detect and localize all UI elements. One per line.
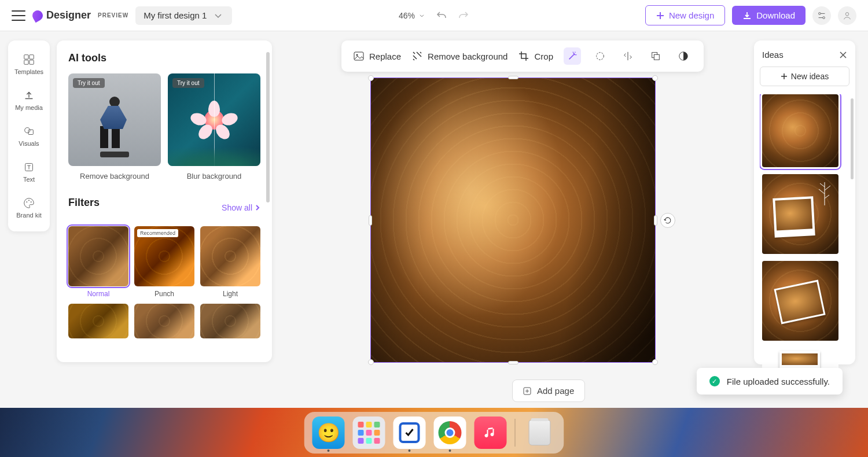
recommended-badge: Recommended	[137, 229, 178, 237]
resize-handle[interactable]	[508, 76, 518, 79]
project-dropdown[interactable]: My first design 1	[135, 6, 232, 25]
show-all-link[interactable]: Show all	[222, 203, 260, 212]
svg-rect-13	[354, 52, 363, 60]
svg-rect-17	[654, 54, 659, 60]
select-button[interactable]	[591, 47, 609, 65]
remove-bg-button[interactable]: Remove background	[411, 50, 507, 62]
resize-handle[interactable]	[654, 215, 657, 226]
canvas-area: Replace Remove background Crop	[341, 40, 704, 363]
filter-option[interactable]	[68, 304, 128, 338]
upload-toast: ✓ File uploaded successfully.	[697, 368, 843, 395]
dock-chrome[interactable]	[434, 417, 466, 449]
rail-my-media[interactable]: My media	[8, 83, 50, 117]
idea-thumb[interactable]	[762, 261, 838, 341]
layers-button[interactable]	[647, 47, 664, 65]
svg-point-14	[356, 54, 358, 56]
svg-point-2	[845, 12, 848, 15]
svg-point-1	[823, 16, 825, 19]
settings-icon[interactable]	[812, 6, 831, 25]
dock-finder[interactable]: 🙂	[312, 417, 345, 449]
lasso-icon	[595, 51, 605, 61]
profile-icon[interactable]	[838, 6, 856, 25]
filter-punch[interactable]: Recommended Punch	[134, 226, 194, 298]
chevron-down-icon	[418, 12, 425, 19]
idea-thumb[interactable]	[762, 174, 838, 254]
flip-icon	[623, 51, 633, 61]
resize-handle[interactable]	[369, 215, 372, 226]
menu-icon[interactable]	[12, 10, 25, 21]
resize-handle[interactable]	[652, 75, 658, 81]
new-design-button[interactable]: New design	[645, 5, 725, 25]
sliders-icon	[816, 10, 827, 21]
app-logo[interactable]: Designer	[32, 9, 91, 21]
rotate-handle[interactable]	[660, 213, 675, 228]
dock-trash[interactable]	[524, 417, 556, 449]
ideas-panel: Ideas New ideas	[754, 40, 855, 364]
filter-normal[interactable]: Normal	[68, 226, 128, 298]
resize-handle[interactable]	[368, 359, 374, 365]
resize-handle[interactable]	[508, 361, 518, 364]
upload-icon	[23, 89, 35, 102]
svg-point-15	[597, 53, 604, 60]
crop-icon	[518, 50, 529, 62]
project-name: My first design 1	[144, 10, 207, 20]
panel-scrollbar[interactable]	[266, 52, 270, 202]
crop-button[interactable]: Crop	[518, 50, 553, 62]
app-name: Designer	[46, 9, 91, 21]
rotate-icon	[664, 216, 672, 224]
dock-reminders[interactable]	[393, 417, 426, 449]
selected-image[interactable]	[370, 78, 656, 363]
idea-thumb[interactable]	[762, 94, 838, 167]
check-icon: ✓	[709, 376, 720, 386]
plus-square-icon	[523, 387, 531, 395]
magic-edit-button[interactable]	[564, 47, 581, 65]
close-icon[interactable]	[839, 51, 847, 59]
svg-point-7	[25, 128, 30, 133]
new-ideas-button[interactable]: New ideas	[760, 67, 849, 86]
macos-dock: 🙂	[304, 412, 564, 454]
rail-text[interactable]: Text	[8, 155, 50, 189]
ai-tool-remove-bg[interactable]: Try it out Remove background	[68, 73, 161, 180]
rail-templates[interactable]: Templates	[8, 47, 50, 81]
image-icon	[353, 50, 365, 62]
download-button[interactable]: Download	[732, 6, 806, 25]
zoom-value: 46%	[399, 11, 415, 20]
branch-decoration	[813, 176, 836, 205]
filters-grid: Normal Recommended Punch Light	[68, 226, 260, 338]
flip-button[interactable]	[619, 47, 637, 65]
header-center: 46%	[399, 10, 469, 21]
filter-option[interactable]	[134, 304, 194, 338]
chevron-down-icon	[212, 10, 224, 21]
ideas-title: Ideas	[762, 50, 784, 60]
opacity-button[interactable]	[675, 47, 692, 65]
undo-icon[interactable]	[436, 10, 447, 21]
resize-handle[interactable]	[652, 359, 658, 365]
visuals-icon	[23, 125, 35, 138]
svg-rect-6	[30, 60, 34, 64]
dock-launchpad[interactable]	[353, 417, 385, 449]
person-icon	[842, 10, 852, 21]
dock-separator	[515, 419, 516, 447]
ideas-scrollbar[interactable]	[851, 98, 854, 179]
ai-tool-blur-bg[interactable]: Try it out Blur background	[168, 73, 260, 180]
add-page-button[interactable]: Add page	[512, 379, 585, 402]
rail-visuals[interactable]: Visuals	[8, 119, 50, 153]
filter-light[interactable]: Light	[200, 226, 260, 298]
idea-thumb[interactable]	[762, 348, 838, 371]
filters-heading: Filters	[68, 197, 100, 209]
rail-brand-kit[interactable]: Brand kit	[8, 191, 50, 224]
replace-button[interactable]: Replace	[353, 50, 401, 62]
dock-music[interactable]	[475, 417, 507, 449]
svg-rect-5	[24, 60, 28, 64]
eraser-icon	[411, 50, 423, 62]
resize-handle[interactable]	[368, 75, 374, 81]
try-badge: Try it out	[172, 78, 204, 88]
text-icon	[23, 161, 35, 174]
palette-icon	[23, 197, 35, 209]
templates-icon	[23, 53, 35, 66]
svg-rect-4	[30, 55, 34, 59]
filter-option[interactable]	[200, 304, 260, 338]
zoom-control[interactable]: 46%	[399, 11, 425, 20]
chevron-right-icon	[255, 204, 260, 211]
redo-icon[interactable]	[458, 10, 469, 21]
